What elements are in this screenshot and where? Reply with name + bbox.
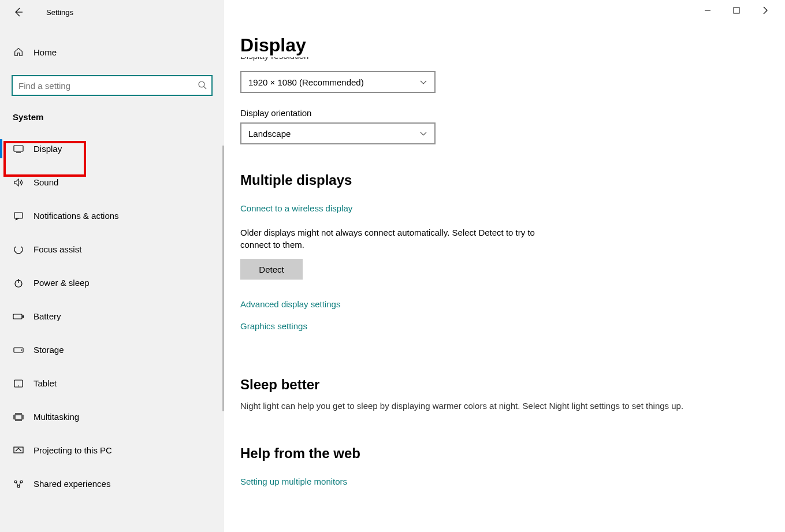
sidebar-item-power[interactable]: Power & sleep — [0, 270, 224, 296]
sound-icon — [13, 178, 24, 187]
multitasking-icon — [13, 413, 24, 421]
shared-icon — [13, 479, 24, 489]
detect-button[interactable]: Detect — [240, 259, 303, 280]
svg-point-13 — [18, 385, 19, 386]
sidebar-item-projecting[interactable]: Projecting to this PC — [0, 437, 224, 463]
power-icon — [13, 278, 24, 288]
svg-rect-3 — [14, 146, 23, 151]
sidebar-item-storage[interactable]: Storage — [0, 337, 224, 363]
sidebar-item-label: Focus assist — [34, 244, 81, 254]
orientation-label: Display orientation — [240, 108, 769, 118]
chevron-down-icon — [419, 129, 427, 137]
sidebar-item-notifications[interactable]: Notifications & actions — [0, 203, 224, 229]
home-label: Home — [34, 47, 57, 57]
detect-description: Older displays might not always connect … — [240, 226, 564, 251]
svg-rect-26 — [734, 8, 739, 13]
chevron-down-icon — [419, 78, 427, 86]
sidebar-item-focus[interactable]: Focus assist — [0, 236, 224, 262]
home-button[interactable]: Home — [0, 40, 224, 64]
resolution-value: 1920 × 1080 (Recommended) — [248, 77, 364, 87]
window-controls — [703, 6, 770, 15]
svg-point-11 — [21, 349, 22, 351]
sidebar-item-label: Battery — [34, 311, 61, 321]
focus-icon — [13, 244, 24, 255]
sidebar: Settings Home System Display Sound Notif… — [0, 0, 224, 532]
sidebar-item-label: Notifications & actions — [34, 211, 119, 221]
sidebar-item-label: Projecting to this PC — [34, 445, 112, 455]
sidebar-item-label: Storage — [34, 345, 64, 355]
sidebar-item-label: Sound — [34, 177, 58, 187]
category-label: System — [0, 112, 224, 122]
minimize-button[interactable] — [703, 6, 712, 15]
orientation-dropdown[interactable]: Landscape — [240, 122, 436, 144]
storage-icon — [13, 347, 24, 353]
svg-rect-8 — [13, 314, 22, 319]
sidebar-item-multitasking[interactable]: Multitasking — [0, 404, 224, 430]
sidebar-item-shared[interactable]: Shared experiences — [0, 471, 224, 497]
svg-line-2 — [204, 87, 206, 89]
nav-list: Display Sound Notifications & actions Fo… — [0, 136, 224, 497]
sleep-description: Night light can help you get to sleep by… — [240, 401, 760, 411]
page-title: Display — [240, 35, 769, 56]
svg-rect-5 — [14, 213, 23, 218]
maximize-button[interactable] — [732, 6, 741, 15]
sidebar-item-battery[interactable]: Battery — [0, 303, 224, 329]
search-input[interactable] — [12, 75, 213, 96]
advanced-display-link[interactable]: Advanced display settings — [240, 299, 340, 309]
sidebar-item-label: Display — [34, 144, 62, 154]
home-icon — [13, 47, 24, 57]
svg-point-22 — [17, 485, 20, 488]
svg-point-1 — [199, 81, 204, 87]
sidebar-item-tablet[interactable]: Tablet — [0, 370, 224, 396]
display-icon — [13, 145, 24, 153]
back-button[interactable] — [13, 6, 24, 18]
app-title: Settings — [46, 8, 73, 17]
sidebar-item-display[interactable]: Display — [0, 136, 224, 162]
search-wrap — [12, 75, 213, 96]
multiple-displays-heading: Multiple displays — [240, 172, 769, 188]
resolution-dropdown[interactable]: 1920 × 1080 (Recommended) — [240, 71, 436, 93]
graphics-settings-link[interactable]: Graphics settings — [240, 321, 307, 331]
battery-icon — [13, 313, 24, 320]
tablet-icon — [13, 380, 24, 388]
sidebar-item-sound[interactable]: Sound — [0, 169, 224, 195]
sidebar-item-label: Power & sleep — [34, 278, 90, 288]
sleep-better-heading: Sleep better — [240, 377, 769, 393]
svg-line-24 — [19, 482, 21, 485]
title-bar: Settings — [0, 0, 224, 24]
svg-rect-9 — [23, 315, 24, 318]
search-icon — [198, 80, 207, 90]
projecting-icon — [13, 447, 24, 455]
sidebar-item-label: Multitasking — [34, 412, 79, 422]
help-multiple-monitors-link[interactable]: Setting up multiple monitors — [240, 477, 347, 486]
main-content: Display Display resolution 1920 × 1080 (… — [224, 0, 785, 532]
sidebar-item-label: Shared experiences — [34, 479, 110, 489]
sidebar-item-label: Tablet — [34, 378, 57, 388]
svg-line-23 — [16, 482, 18, 485]
connect-wireless-link[interactable]: Connect to a wireless display — [240, 203, 352, 213]
notifications-icon — [13, 211, 24, 221]
help-heading: Help from the web — [240, 445, 769, 462]
orientation-value: Landscape — [248, 129, 291, 139]
resolution-label: Display resolution — [240, 57, 769, 65]
svg-rect-14 — [15, 415, 22, 419]
next-button[interactable] — [761, 6, 770, 15]
